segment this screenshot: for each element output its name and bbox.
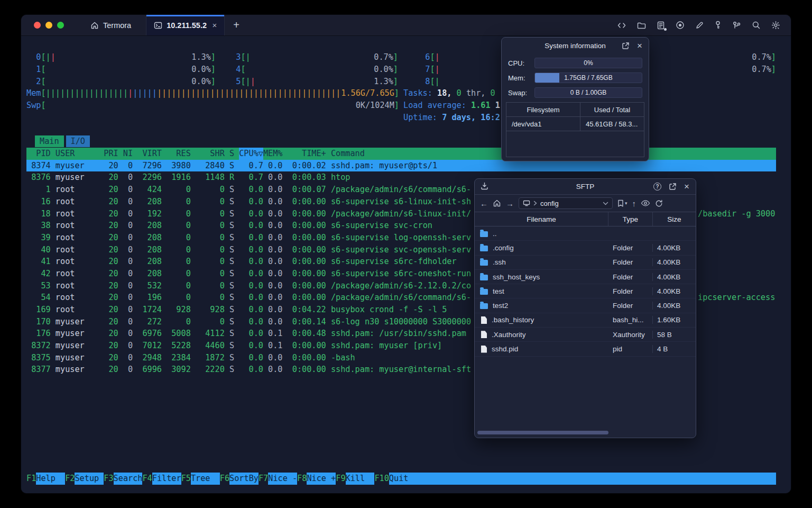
file-type-icon [480, 246, 488, 251]
folder-icon[interactable] [637, 21, 646, 30]
file-type-icon [481, 331, 487, 338]
swap-progressbar: 0 B / 1.00GB [534, 87, 642, 98]
keychain-icon[interactable] [732, 21, 741, 30]
back-button[interactable]: ← [480, 199, 488, 208]
file-row[interactable]: sshd.pid pid 4 B [475, 342, 696, 356]
tab-home[interactable]: Termora [76, 15, 146, 35]
file-type-icon [480, 231, 488, 237]
mem-usage-row: Mem: 1.75GB / 7.65GB [508, 72, 642, 83]
fn-key[interactable]: F7Nice - [259, 473, 297, 485]
htop-tab-io[interactable]: I/O [66, 135, 90, 147]
system-info-titlebar: System information × [502, 38, 649, 53]
sftp-panel: SFTP ? × ← → config ▾ ↑ [474, 178, 696, 438]
file-row[interactable]: test2 Folder 4.00KB [475, 298, 696, 313]
transfers-download-icon[interactable] [475, 182, 488, 192]
load-average: Load average: 1.61 1 [403, 99, 500, 112]
refresh-icon[interactable] [655, 199, 663, 207]
horizontal-scrollbar[interactable] [477, 431, 608, 434]
sftp-toolbar: ← → config ▾ ↑ [475, 195, 696, 212]
file-type-icon [481, 316, 487, 324]
swap-usage-row: Swap: 0 B / 1.00GB [508, 87, 642, 98]
fn-key[interactable]: F4Filter [142, 473, 181, 485]
fn-key[interactable]: F2Setup [65, 473, 104, 485]
tab-session[interactable]: 10.211.55.2 × [146, 15, 225, 35]
fn-key[interactable]: F9Kill [336, 473, 374, 485]
cpu-progressbar: 0% [534, 58, 642, 68]
chevron-down-icon[interactable] [603, 202, 608, 205]
filesystem-row[interactable]: /dev/vda1 45.61GB / 58.3... [506, 117, 644, 131]
bookmark-button[interactable]: ▾ [617, 199, 628, 207]
file-row[interactable]: .config Folder 4.00KB [475, 241, 696, 255]
fn-key[interactable]: F10Quit [374, 473, 418, 485]
home-tab-label: Termora [103, 21, 131, 30]
swap-label: Swap: [508, 89, 534, 97]
file-row[interactable]: test Folder 4.00KB [475, 284, 696, 298]
file-row[interactable]: .Xauthority Xauthority 58 B [475, 328, 696, 342]
key-icon[interactable] [714, 21, 722, 30]
sftp-titlebar: SFTP ? × [475, 179, 696, 195]
close-tab-icon[interactable]: × [212, 21, 217, 30]
titlebar-actions [617, 15, 791, 35]
titlebar: Termora 10.211.55.2 × + [21, 15, 791, 36]
zoom-window-button[interactable] [57, 22, 64, 29]
fn-key-bar: F1HelpF2SetupF3SearchF4FilterF5TreeF6Sor… [26, 473, 776, 485]
home-icon [90, 21, 99, 30]
cpu-meter-line-3: 2[0.0%] 5[||1.3%] 8[| [26, 76, 776, 88]
file-row[interactable]: ssh_host_keys Folder 4.00KB [475, 270, 696, 284]
process-table-header[interactable]: PID USER PRI NI VIRT RES SHR S CPU%▽ MEM… [26, 148, 776, 160]
file-row[interactable]: .ssh Folder 4.00KB [475, 256, 696, 270]
show-hidden-eye-icon[interactable] [641, 200, 650, 206]
cpu-meter-line-2: 1[0.0%] 4[0.0%] 7[|0.7%] [26, 64, 776, 76]
file-row[interactable]: .bash_history bash_hi... 1.60KB [475, 313, 696, 328]
file-list: .. .config Folder 4.00KB .ssh Folder 4.0… [475, 226, 696, 357]
computer-icon [523, 200, 530, 206]
fn-key[interactable]: F5Tree [181, 473, 220, 485]
swap-meter-line: Swp[0K/1024M] Load average: 1.61 1 [26, 99, 776, 112]
record-icon[interactable] [676, 21, 685, 30]
mem-label: Mem: [508, 74, 534, 82]
new-tab-button[interactable]: + [225, 15, 248, 35]
file-table: Filename Type Size .. .config Folder 4.0… [475, 212, 696, 357]
close-icon[interactable]: × [637, 41, 642, 50]
log-icon[interactable] [657, 21, 665, 30]
bookmark-caret-icon: ▾ [625, 201, 628, 206]
uptime: Uptime: 7 days, 16:2 [403, 112, 500, 124]
open-external-icon[interactable] [622, 42, 630, 50]
tasks-summary: Tasks: 18, 0 thr, 0 [403, 87, 495, 99]
fn-key[interactable]: F1Help [26, 473, 65, 485]
search-icon[interactable] [752, 21, 761, 30]
minimize-window-button[interactable] [45, 22, 52, 29]
htop-tabs: Main I/O [35, 135, 90, 148]
path-breadcrumb[interactable]: config [519, 197, 613, 209]
file-type-icon [480, 289, 488, 295]
fn-key[interactable]: F6SortBy [220, 473, 259, 485]
process-row[interactable]: 8374 myuser 20 0 7296 3980 2840 S 0.7 0.… [26, 160, 776, 172]
cpu-label: CPU: [508, 59, 534, 67]
help-icon[interactable]: ? [653, 183, 661, 190]
terminal-icon [154, 21, 162, 30]
bookmark-icon [617, 199, 624, 207]
filesystem-table: Filesystem Used / Total /dev/vda1 45.61G… [506, 102, 644, 157]
file-type-icon [480, 260, 488, 266]
app-window: Termora 10.211.55.2 × + 0[||1.3%] 3[|0.7… [21, 15, 791, 493]
mem-meter-line: Mem[||||||||||||||||||||||||||||||||||||… [26, 87, 776, 99]
current-folder: config [540, 199, 559, 207]
mem-progressbar: 1.75GB / 7.65GB [534, 72, 642, 83]
edit-icon[interactable] [695, 21, 704, 30]
htop-tab-main[interactable]: Main [35, 135, 64, 147]
fn-key[interactable]: F8Nice + [297, 473, 336, 485]
forward-button[interactable]: → [506, 199, 514, 208]
close-window-button[interactable] [34, 22, 41, 29]
fn-key[interactable]: F3Search [104, 473, 142, 485]
open-external-icon[interactable] [669, 183, 677, 190]
close-icon[interactable]: × [684, 182, 689, 191]
file-row[interactable]: .. [475, 226, 696, 241]
parent-dir-button[interactable]: ↑ [632, 199, 636, 208]
code-icon[interactable] [617, 21, 626, 30]
sort-column-cpu[interactable]: CPU%▽ [239, 148, 263, 160]
cpu-usage-row: CPU: 0% [508, 58, 642, 68]
file-table-header[interactable]: Filename Type Size [475, 212, 696, 226]
settings-gear-icon[interactable] [771, 21, 780, 30]
system-info-panel: System information × CPU: 0% Mem: 1.75GB… [501, 37, 649, 161]
home-button[interactable] [493, 199, 501, 207]
